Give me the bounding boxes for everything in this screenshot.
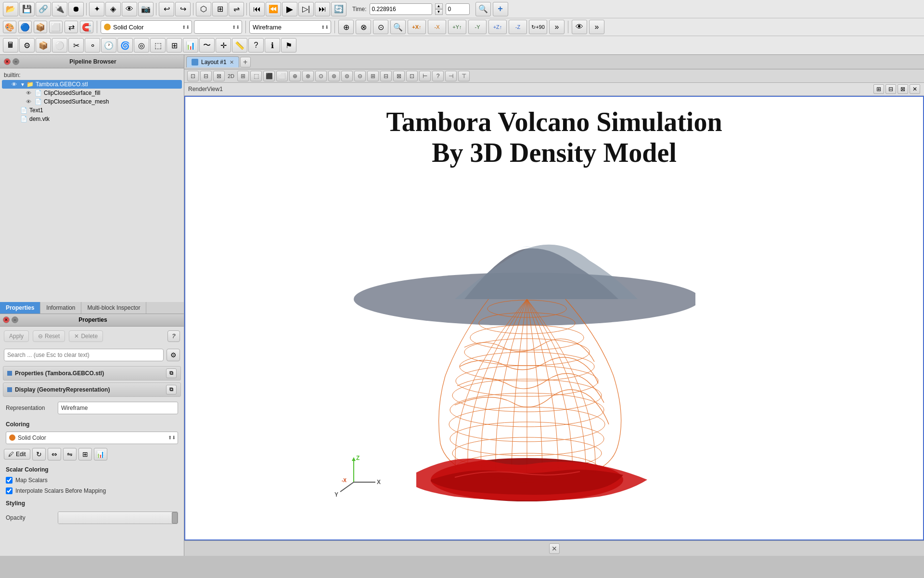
magnet-btn[interactable]: 🧲 [80, 21, 93, 33]
first-frame-btn[interactable]: ⏮ [249, 2, 265, 16]
props-close-btn[interactable]: ✕ [3, 316, 10, 323]
vp-cam6-btn[interactable]: ⊞ [367, 71, 379, 81]
vp-cam2-btn[interactable]: ⊙ [315, 71, 327, 81]
flag-btn[interactable]: ⚑ [281, 38, 296, 53]
chart-btn[interactable]: 📊 [183, 38, 198, 53]
help-btn[interactable]: ? [167, 330, 180, 342]
loop-btn[interactable]: 🔄 [331, 2, 346, 16]
view-orient-btn2[interactable]: ⊗ [356, 20, 371, 34]
vp-help2-btn[interactable]: ⊣ [445, 71, 457, 81]
vp-cam-btn[interactable]: ⊗ [302, 71, 314, 81]
question-btn[interactable]: ? [248, 38, 264, 53]
vp-cam8-btn[interactable]: ⊠ [393, 71, 405, 81]
info-btn[interactable]: ℹ [265, 38, 280, 53]
tree-item-text1[interactable]: 📄 Text1 [2, 106, 182, 115]
vp-cam4-btn[interactable]: ⊜ [341, 71, 353, 81]
last-frame-btn[interactable]: ⏭ [315, 2, 330, 16]
vp-reset-btn[interactable]: ⊕ [289, 71, 301, 81]
frame-btn[interactable]: ⬚ [150, 38, 166, 53]
select-btn[interactable]: ⬡ [196, 2, 211, 16]
rv-close-btn[interactable]: ✕ [910, 84, 920, 94]
delete-btn[interactable]: ✕ Delete [69, 330, 103, 342]
settings-btn[interactable]: ⚙ [19, 38, 35, 53]
tree-item-clipfill[interactable]: 👁 📄 ClipClosedSurface_fill [2, 89, 182, 97]
view-orient-btn3[interactable]: ⊙ [373, 20, 388, 34]
pointer-btn[interactable]: ✛ [216, 38, 231, 53]
filter-btn[interactable]: ◈ [105, 2, 121, 16]
time-input[interactable] [370, 3, 432, 15]
vp-cam3-btn[interactable]: ⊛ [328, 71, 340, 81]
disconnect-btn[interactable]: 🔌 [52, 2, 67, 16]
source-btn[interactable]: ✦ [89, 2, 104, 16]
open-file-btn[interactable]: 📂 [3, 2, 18, 16]
interact-btn[interactable]: ⇌ [229, 2, 244, 16]
apply-btn[interactable]: Apply [4, 330, 29, 342]
rv-split-v-btn[interactable]: ⊟ [886, 84, 896, 94]
vp-help3-btn[interactable]: ⊤ [458, 71, 470, 81]
minus-z-btn[interactable]: -Z [509, 20, 527, 34]
search-settings-btn[interactable]: 🔍 [475, 2, 491, 16]
edit-color-btn[interactable]: 🖊 Edit [4, 449, 30, 460]
panel-close-btn[interactable]: ✕ [4, 58, 11, 65]
calc-btn[interactable]: 🖩 [3, 38, 18, 53]
rescale2-btn[interactable]: ⇋ [63, 448, 77, 460]
sphere2-btn[interactable]: ⚪ [52, 38, 67, 53]
plus-y-btn[interactable]: +Y↑ [448, 20, 466, 34]
clip-btn[interactable]: ✂ [68, 38, 84, 53]
minus-x-btn[interactable]: -X [428, 20, 446, 34]
new-tab-btn[interactable]: + [240, 57, 251, 67]
add-btn[interactable]: + [493, 2, 508, 16]
rescale-btn[interactable]: ⇔ [48, 448, 61, 460]
coloring-selector[interactable]: Solid Color ⬆⬇ [101, 20, 192, 34]
panel-collapse-btn[interactable]: − [13, 58, 19, 65]
rescale3-btn[interactable]: ⊞ [78, 448, 92, 460]
wire-btn[interactable]: ⬜ [49, 21, 63, 33]
connect-btn[interactable]: 🔗 [36, 2, 51, 16]
vp-zoom-btn[interactable]: ⬚ [250, 71, 262, 81]
circle-btn[interactable]: ◎ [134, 38, 149, 53]
cycle-color-btn[interactable]: ↻ [32, 448, 46, 460]
time-up-btn[interactable]: ▲ [435, 3, 443, 9]
vp-cam5-btn[interactable]: ⊝ [354, 71, 366, 81]
coloring-dropdown[interactable]: Solid Color ⬆⬇ [6, 432, 178, 444]
eye-btn[interactable]: 👁 [122, 2, 137, 16]
ruler-btn[interactable]: 📏 [232, 38, 247, 53]
view-reset-btn[interactable]: 🔍 [390, 20, 406, 34]
tree-item-tambora[interactable]: 👁 ▼ 📁 Tambora.GEBCO.stl [2, 80, 182, 89]
interpolate-scalars-checkbox[interactable] [6, 487, 13, 494]
tab-information[interactable]: Information [40, 302, 81, 314]
spiral-btn[interactable]: 🌀 [117, 38, 133, 53]
grid-btn[interactable]: ⊞ [167, 38, 182, 53]
tab-close-btn[interactable]: ✕ [230, 59, 234, 66]
map-scalars-checkbox[interactable] [6, 477, 13, 484]
vp-cam10-btn[interactable]: ⊢ [419, 71, 431, 81]
vp-2d-btn[interactable]: ⊞ [237, 71, 249, 81]
search-settings-gear-btn[interactable]: ⚙ [167, 349, 180, 361]
rv-split-h-btn[interactable]: ⊞ [873, 84, 884, 94]
vp-cam7-btn[interactable]: ⊟ [380, 71, 392, 81]
representation-selector[interactable]: Wireframe ⬆⬇ [249, 20, 331, 34]
tab-properties[interactable]: Properties [0, 302, 40, 314]
representation-value-select[interactable]: Wireframe [58, 402, 178, 414]
prev-frame-btn[interactable]: ⏪ [266, 2, 281, 16]
vp-select3-btn[interactable]: ⊠ [213, 71, 225, 81]
save-btn[interactable]: 💾 [19, 2, 35, 16]
rv-maximize-btn[interactable]: ⊠ [898, 84, 908, 94]
vp-zoom3-btn[interactable]: ⬜ [276, 71, 288, 81]
play-step-btn[interactable]: ▷| [298, 2, 314, 16]
scatter-btn[interactable]: ⚬ [85, 38, 100, 53]
color-palette-btn[interactable]: 🎨 [3, 21, 16, 33]
vp-cam9-btn[interactable]: ⊡ [406, 71, 418, 81]
vp-select2-btn[interactable]: ⊟ [200, 71, 212, 81]
vp-zoom2-btn[interactable]: ⬛ [263, 71, 275, 81]
tree-item-clipmesh[interactable]: 👁 📄 ClipClosedSurface_mesh [2, 97, 182, 106]
extract-btn[interactable]: ⊞ [212, 2, 228, 16]
eye-icon-clipfill[interactable]: 👁 [26, 90, 33, 96]
section-display-copy-btn[interactable]: ⧉ [166, 385, 177, 394]
opacity-slider-thumb[interactable] [172, 512, 178, 524]
time-frame-input[interactable] [446, 3, 470, 15]
eye-icon-tambora[interactable]: 👁 [12, 81, 18, 87]
tab-multiblock[interactable]: Multi-block Inspector [81, 302, 146, 314]
props-collapse-btn[interactable]: − [12, 316, 18, 323]
eye-btn2[interactable]: 👁 [572, 20, 587, 34]
